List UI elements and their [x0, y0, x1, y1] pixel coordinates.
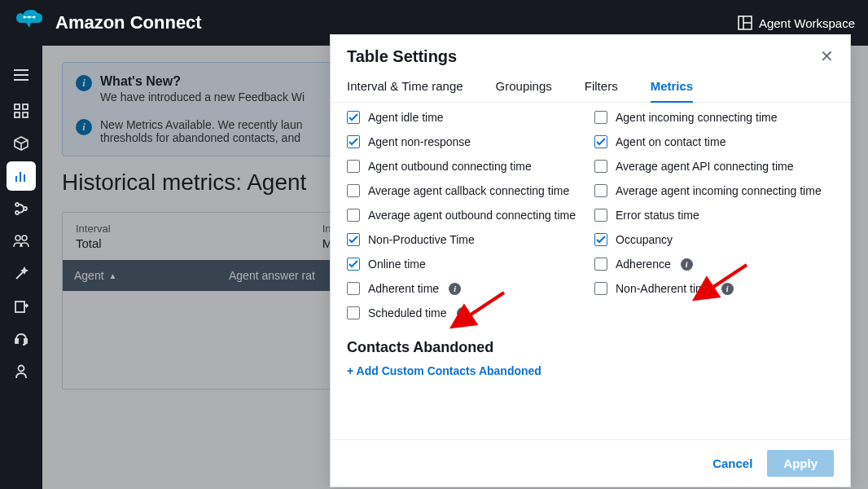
info-icon[interactable]: i [681, 258, 693, 271]
checkbox[interactable] [594, 160, 607, 173]
contacts-abandoned-title: Contacts Abandoned [347, 339, 834, 356]
checkbox[interactable] [594, 184, 607, 197]
tab-metrics[interactable]: Metrics [651, 79, 694, 103]
metric-label: Adherence [616, 258, 671, 271]
svg-point-22 [15, 211, 19, 214]
metric-right-0: Agent incoming connecting time [594, 111, 834, 124]
cancel-button[interactable]: Cancel [712, 456, 752, 470]
svg-point-25 [22, 236, 27, 240]
app-title: Amazon Connect [55, 12, 202, 33]
wand-icon[interactable] [7, 259, 36, 289]
svg-rect-29 [24, 339, 27, 343]
metric-label: Online time [368, 258, 426, 271]
cube-icon[interactable] [7, 129, 36, 158]
info-icon[interactable]: i [449, 283, 461, 295]
branch-icon[interactable] [7, 194, 36, 223]
modal-footer: Cancel Apply [331, 439, 850, 487]
metric-label: Average agent callback connecting time [368, 184, 569, 197]
metric-left-5: Non-Productive Time [347, 233, 586, 246]
checkbox[interactable] [347, 160, 360, 173]
checkbox[interactable] [594, 258, 607, 271]
headset-icon[interactable] [7, 324, 36, 354]
metric-label: Non-Productive Time [368, 233, 475, 246]
metric-left-4: Average agent outbound connecting time [347, 209, 586, 222]
info-icon[interactable]: i [721, 283, 734, 295]
checkbox[interactable] [347, 258, 360, 271]
metric-left-7: Adherent timei [347, 282, 586, 295]
checkbox[interactable] [347, 135, 360, 148]
checkbox[interactable] [594, 233, 607, 246]
checkbox[interactable] [594, 282, 607, 295]
svg-line-16 [21, 140, 28, 143]
close-icon[interactable]: ✕ [820, 46, 834, 66]
metric-right-7: Non-Adherent timei [594, 282, 834, 295]
metric-label: Non-Adherent time [616, 282, 712, 295]
svg-rect-13 [23, 112, 28, 117]
metric-label: Average agent incoming connecting time [616, 184, 822, 197]
metric-right-5: Occupancy [594, 233, 834, 246]
metric-label: Average agent API connecting time [616, 160, 793, 173]
export-icon[interactable] [7, 292, 36, 321]
metric-left-8: Scheduled timei [347, 306, 586, 319]
svg-point-21 [15, 203, 19, 206]
metric-right-4: Error status time [594, 209, 834, 222]
dashboard-icon[interactable] [7, 96, 36, 126]
metric-left-0: Agent idle time [347, 111, 586, 124]
metric-left-3: Average agent callback connecting time [347, 184, 586, 197]
metrics-grid: Agent idle timeAgent incoming connecting… [347, 108, 834, 319]
checkbox[interactable] [347, 111, 360, 124]
metric-label: Agent outbound connecting time [368, 160, 532, 173]
users-icon[interactable] [7, 227, 36, 256]
workspace-label: Agent Workspace [759, 16, 855, 30]
modal-tabs: Interval & Time range Groupings Filters … [331, 71, 850, 103]
topbar-left: Amazon Connect [13, 8, 202, 37]
checkbox[interactable] [347, 184, 360, 197]
modal-title: Table Settings [347, 47, 457, 66]
metric-label: Average agent outbound connecting time [368, 209, 576, 222]
checkbox[interactable] [594, 209, 607, 222]
svg-point-24 [15, 236, 20, 240]
metrics-icon[interactable] [7, 161, 36, 191]
metrics-body: Agent idle timeAgent incoming connecting… [331, 103, 850, 439]
table-settings-modal: Table Settings ✕ Interval & Time range G… [330, 34, 851, 487]
logo-icon [13, 8, 46, 37]
metric-right-3: Average agent incoming connecting time [594, 184, 834, 197]
metric-right-2: Average agent API connecting time [594, 160, 834, 173]
metric-label: Agent idle time [368, 111, 444, 124]
svg-rect-28 [15, 339, 18, 343]
tab-groupings[interactable]: Groupings [496, 79, 552, 102]
svg-point-30 [19, 366, 24, 372]
metric-label: Adherent time [368, 282, 439, 295]
metric-right-1: Agent on contact time [594, 135, 834, 148]
svg-rect-10 [15, 104, 20, 109]
tab-filters[interactable]: Filters [585, 79, 618, 102]
metric-label: Occupancy [616, 233, 673, 246]
add-custom-link[interactable]: + Add Custom Contacts Abandoned [347, 364, 834, 377]
svg-line-15 [15, 140, 21, 143]
metric-label: Error status time [616, 209, 699, 222]
checkbox[interactable] [347, 282, 360, 295]
checkbox[interactable] [347, 306, 360, 319]
checkbox[interactable] [594, 135, 607, 148]
metric-right-6: Adherencei [594, 258, 834, 271]
metric-label: Scheduled time [368, 306, 447, 319]
person-icon[interactable] [7, 357, 36, 386]
apply-button[interactable]: Apply [767, 450, 834, 477]
svg-rect-11 [23, 104, 28, 109]
metric-left-6: Online time [347, 258, 586, 271]
checkbox[interactable] [347, 233, 360, 246]
svg-rect-12 [15, 112, 20, 117]
hamburger-icon[interactable] [7, 60, 36, 90]
agent-workspace-link[interactable]: Agent Workspace [738, 15, 855, 30]
metric-label: Agent on contact time [616, 135, 726, 148]
modal-header: Table Settings ✕ [331, 35, 850, 71]
sidebar [0, 46, 42, 489]
metric-left-1: Agent non-response [347, 135, 586, 148]
workspace-icon [738, 15, 752, 30]
checkbox[interactable] [347, 209, 360, 222]
metric-label: Agent non-response [368, 135, 471, 148]
info-icon[interactable]: i [457, 307, 469, 319]
checkbox[interactable] [594, 111, 607, 124]
tab-interval[interactable]: Interval & Time range [347, 79, 463, 102]
metric-left-2: Agent outbound connecting time [347, 160, 586, 173]
